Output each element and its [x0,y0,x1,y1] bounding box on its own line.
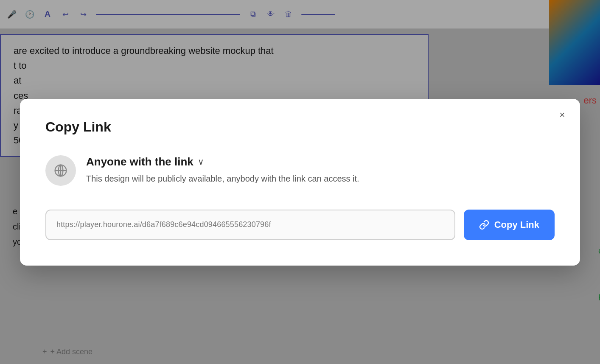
copy-link-label: Copy Link [494,219,539,230]
link-icon [479,220,489,230]
access-icon-wrapper [45,155,76,186]
copy-link-modal: × Copy Link Anyone with the link ∨ [20,99,580,266]
access-title-row[interactable]: Anyone with the link ∨ [86,155,359,168]
copy-link-button[interactable]: Copy Link [464,210,555,240]
url-row: Copy Link [45,210,555,240]
access-title: Anyone with the link [86,155,193,168]
globe-icon [54,164,67,177]
close-icon: × [560,109,565,120]
access-row: Anyone with the link ∨ This design will … [45,155,555,186]
access-info: Anyone with the link ∨ This design will … [86,155,359,185]
modal-title: Copy Link [45,119,555,135]
chevron-down-icon: ∨ [198,157,204,167]
url-input[interactable] [45,210,455,240]
modal-overlay[interactable]: × Copy Link Anyone with the link ∨ [0,0,600,364]
close-button[interactable]: × [555,107,570,123]
access-description: This design will be publicly available, … [86,173,359,185]
